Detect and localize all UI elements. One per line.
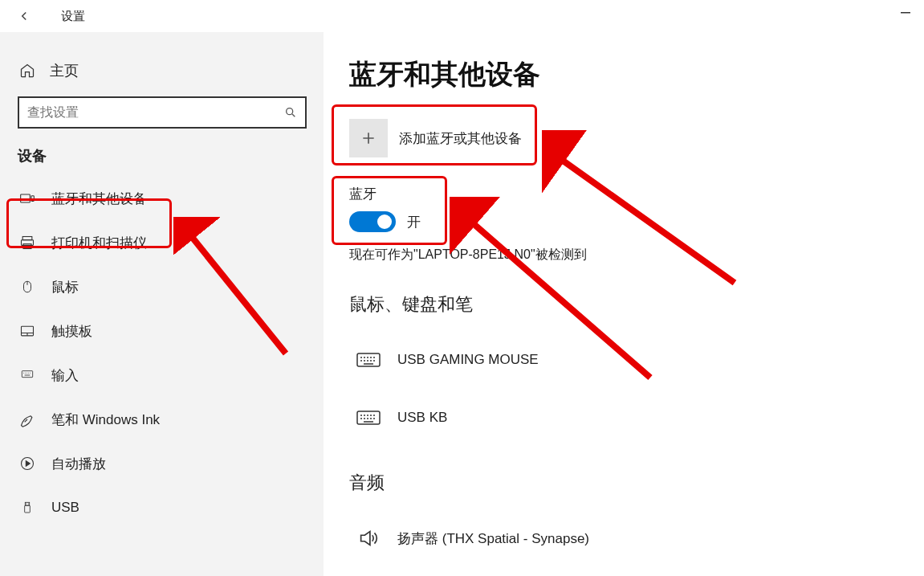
nav-label: 蓝牙和其他设备 — [51, 190, 147, 208]
speaker-device-icon — [349, 519, 388, 558]
svg-rect-3 — [31, 196, 34, 202]
add-device-label: 添加蓝牙或其他设备 — [399, 129, 522, 148]
svg-point-1 — [287, 108, 293, 115]
nav-bluetooth[interactable]: 蓝牙和其他设备 — [0, 178, 324, 219]
home-icon — [18, 61, 37, 80]
plus-icon — [349, 119, 388, 157]
device-item[interactable]: USB KB — [349, 389, 924, 447]
nav-label: 鼠标 — [51, 278, 79, 296]
window-title: 设置 — [61, 9, 85, 24]
page-title: 蓝牙和其他设备 — [349, 56, 924, 93]
touchpad-icon — [18, 321, 37, 341]
bluetooth-header: 蓝牙 — [349, 185, 924, 203]
search-input-wrap[interactable] — [18, 96, 307, 129]
nav-typing[interactable]: 输入 — [0, 354, 324, 396]
nav-printers[interactable]: 打印机和扫描仪 — [0, 222, 324, 263]
nav-label: 自动播放 — [51, 455, 106, 473]
autoplay-icon — [18, 454, 37, 473]
svg-rect-4 — [22, 237, 32, 240]
nav-label: USB — [51, 500, 79, 516]
nav-usb[interactable]: USB — [0, 487, 324, 529]
sidebar: 主页 设备 蓝牙和其他设备 打印机和扫描仪 鼠标 — [0, 32, 324, 576]
nav-label: 输入 — [51, 366, 79, 385]
nav-pen-ink[interactable]: 笔和 Windows Ink — [0, 398, 324, 440]
minimize-button[interactable] — [887, 0, 924, 26]
svg-rect-11 — [25, 502, 29, 505]
nav-label: 触摸板 — [51, 322, 92, 341]
back-button[interactable] — [11, 3, 37, 29]
discoverable-text: 现在可作为"LAPTOP-8PE1J N0"被检测到 — [349, 247, 924, 263]
keyboard-icon — [18, 366, 37, 385]
svg-rect-2 — [21, 194, 31, 202]
svg-rect-9 — [22, 371, 32, 378]
home-link[interactable]: 主页 — [0, 51, 324, 90]
search-icon — [284, 106, 297, 119]
nav-touchpad[interactable]: 触摸板 — [0, 310, 324, 352]
device-item[interactable]: USB GAMING MOUSE — [349, 331, 924, 389]
device-label: USB KB — [397, 410, 447, 426]
usb-icon — [18, 498, 37, 517]
keyboard-device-icon — [349, 398, 388, 437]
svg-rect-0 — [901, 12, 910, 14]
toggle-knob — [377, 214, 392, 229]
search-input[interactable] — [27, 105, 284, 120]
home-label: 主页 — [50, 61, 79, 80]
printer-icon — [18, 233, 37, 252]
device-label: 扬声器 (THX Spatial - Synapse) — [397, 529, 589, 548]
svg-rect-12 — [25, 505, 31, 513]
toggle-state-label: 开 — [407, 213, 421, 231]
pen-icon — [18, 410, 37, 429]
devices-icon — [18, 189, 37, 208]
mouse-icon — [18, 277, 37, 296]
nav-autoplay[interactable]: 自动播放 — [0, 443, 324, 484]
nav-label: 笔和 Windows Ink — [51, 411, 160, 429]
nav-label: 打印机和扫描仪 — [51, 234, 147, 252]
device-item[interactable]: 扬声器 (THX Spatial - Synapse) — [349, 509, 924, 567]
minimize-icon — [901, 12, 910, 14]
content-pane: 蓝牙和其他设备 添加蓝牙或其他设备 蓝牙 开 现在可作为"LAPTOP-8PE1… — [324, 32, 924, 576]
nav-mouse[interactable]: 鼠标 — [0, 266, 324, 308]
svg-rect-6 — [23, 244, 31, 249]
section-audio: 音频 — [349, 471, 924, 495]
add-device-button[interactable]: 添加蓝牙或其他设备 — [349, 114, 924, 162]
keyboard-device-icon — [349, 341, 388, 379]
bluetooth-toggle[interactable] — [349, 211, 396, 232]
device-label: USB GAMING MOUSE — [397, 352, 539, 368]
arrow-left-icon — [17, 9, 31, 23]
section-mouse-keyboard: 鼠标、键盘和笔 — [349, 292, 924, 317]
sidebar-section-header: 设备 — [0, 129, 324, 175]
